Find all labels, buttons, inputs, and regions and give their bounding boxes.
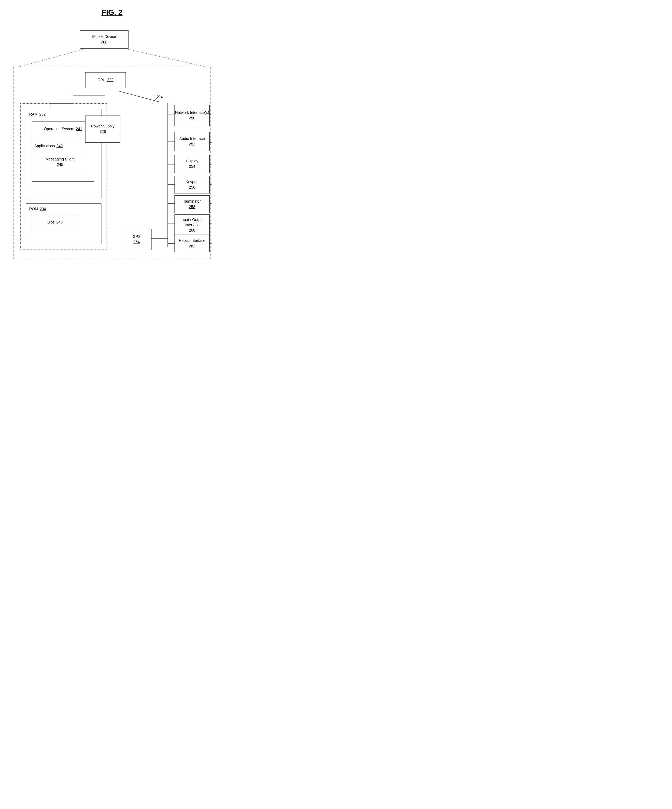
bios-label: Bios	[47, 220, 55, 225]
illuminator-ref: 258	[189, 204, 195, 210]
cpu-label: CPU	[98, 77, 106, 83]
haptic-label: Haptic Interface	[179, 238, 205, 243]
messaging-ref: 245	[57, 162, 63, 168]
messaging-label: Messaging Client	[45, 157, 74, 162]
keypad-label: Keypad	[186, 180, 198, 185]
audio-label: Audio Interface	[179, 136, 205, 141]
power-supply-label: Power Supply	[91, 124, 114, 129]
keypad-ref: 256	[189, 185, 195, 190]
power-supply-box: Power Supply 326	[85, 116, 121, 143]
keypad-box: Keypad 256	[174, 176, 209, 193]
apps-outer-box: Applications 242 Messaging Client 245	[32, 141, 94, 181]
diagram: Mobile Device 200 CPU 222 224 Memory 230…	[5, 25, 219, 269]
gps-label: GPS	[132, 234, 141, 240]
svg-line-1	[126, 49, 206, 67]
rom-label: ROM	[29, 206, 38, 212]
haptic-interface-box: Haptic Interface 262	[174, 235, 209, 252]
gps-box: GPS 264	[122, 228, 151, 250]
mobile-device-label: Mobile Device	[92, 34, 116, 40]
audio-interface-box: Audio Interface 252	[174, 132, 209, 151]
audio-ref: 252	[189, 141, 195, 147]
svg-line-24	[152, 96, 159, 103]
power-supply-ref: 326	[100, 129, 106, 134]
network-ref: 250	[189, 116, 195, 121]
network-label: Network Interface(s)	[175, 110, 209, 116]
mobile-device-box: Mobile Device 200	[80, 30, 129, 49]
haptic-ref: 262	[189, 243, 195, 249]
cpu-box: CPU 222	[85, 72, 126, 88]
display-label: Display	[186, 159, 198, 164]
display-ref: 254	[189, 164, 195, 170]
rom-outer-box: ROM 234 Bios 240	[26, 203, 101, 244]
apps-ref: 242	[57, 143, 63, 149]
display-box: Display 254	[174, 155, 209, 173]
page-title: FIG. 2	[5, 8, 219, 17]
network-interface-box: Network Interface(s) 250	[174, 105, 209, 126]
ram-label: RAM	[29, 112, 38, 117]
io-interface-box: Input / Output Interface 260	[174, 214, 209, 236]
os-ref: 241	[76, 126, 82, 132]
messaging-box: Messaging Client 245	[37, 152, 83, 172]
apps-label: Applications	[34, 143, 55, 149]
os-box: Operating System 241	[32, 121, 94, 137]
io-ref: 260	[189, 228, 195, 233]
bios-ref: 240	[56, 220, 62, 225]
os-label: Operating System	[44, 126, 74, 132]
svg-line-0	[19, 49, 85, 67]
bus-slash	[151, 96, 162, 104]
cpu-ref: 222	[107, 77, 113, 83]
ram-ref: 232	[39, 112, 45, 117]
gps-ref: 264	[133, 240, 139, 245]
illuminator-box: Illuminator 258	[174, 195, 209, 213]
illuminator-label: Illuminator	[183, 199, 201, 204]
rom-ref: 234	[40, 206, 46, 212]
mobile-device-ref: 200	[101, 40, 107, 45]
bios-box: Bios 240	[32, 215, 78, 230]
io-label: Input / Output Interface	[175, 217, 209, 228]
